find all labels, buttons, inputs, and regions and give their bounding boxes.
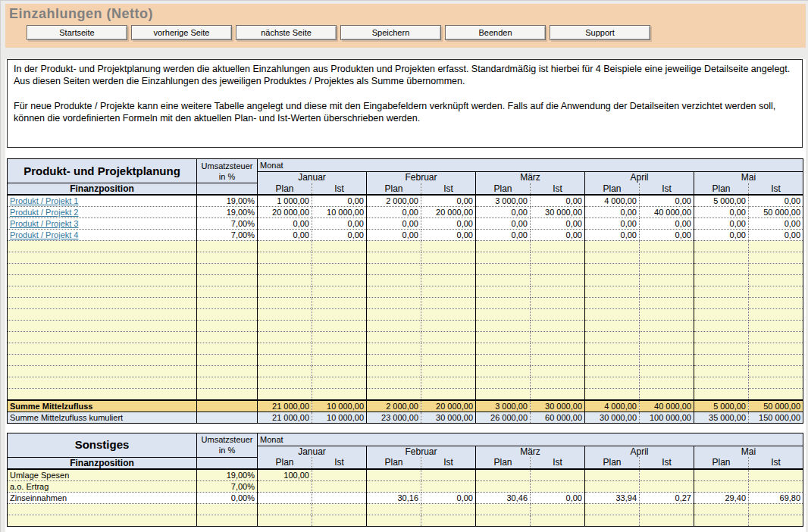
project-link[interactable]: Produkt / Projekt 1 [10,196,79,205]
empty-tax-cell[interactable] [197,355,258,366]
empty-value-cell[interactable] [476,343,531,355]
empty-value-cell[interactable] [367,503,421,515]
empty-value-cell[interactable] [258,241,312,252]
value-cell[interactable]: 30,46 [476,492,531,503]
value-cell[interactable]: 50 000,00 [749,207,803,218]
empty-value-cell[interactable] [258,515,312,526]
empty-label-cell[interactable] [8,343,197,355]
value-cell[interactable]: 69,80 [749,492,803,503]
value-cell[interactable]: 0,00 [531,492,585,503]
empty-value-cell[interactable] [421,298,476,309]
empty-value-cell[interactable] [476,355,531,366]
empty-value-cell[interactable] [694,264,749,275]
empty-value-cell[interactable] [312,309,367,321]
value-cell[interactable]: 20 000,00 [258,207,312,218]
empty-label-cell[interactable] [8,298,197,309]
value-cell[interactable]: 0,27 [640,492,694,503]
toolbar-button-speichern[interactable]: Speichern [340,25,441,40]
empty-value-cell[interactable] [694,377,749,389]
empty-value-cell[interactable] [585,503,640,515]
value-cell[interactable] [585,469,640,481]
empty-value-cell[interactable] [312,503,367,515]
value-cell[interactable] [258,480,312,492]
value-cell[interactable]: 0,00 [640,195,694,207]
empty-tax-cell[interactable] [197,298,258,309]
value-cell[interactable]: 0,00 [421,230,476,241]
empty-value-cell[interactable] [476,515,531,526]
empty-value-cell[interactable] [694,389,749,400]
empty-value-cell[interactable] [312,515,367,526]
empty-value-cell[interactable] [312,286,367,298]
value-cell[interactable] [476,469,531,481]
value-cell[interactable] [421,480,476,492]
tax-value-cell[interactable]: 19,00% [197,469,258,481]
row-label-cell[interactable]: Produkt / Projekt 2 [8,207,197,218]
empty-label-cell[interactable] [8,241,197,252]
value-cell[interactable]: 0,00 [585,230,640,241]
toolbar-button-beenden[interactable]: Beenden [445,25,546,40]
empty-label-cell[interactable] [8,515,197,526]
empty-value-cell[interactable] [367,241,421,252]
empty-value-cell[interactable] [258,275,312,286]
empty-value-cell[interactable] [749,241,803,252]
value-cell[interactable]: 0,00 [749,195,803,207]
empty-value-cell[interactable] [367,275,421,286]
empty-value-cell[interactable] [749,252,803,264]
empty-value-cell[interactable] [531,389,585,400]
empty-label-cell[interactable] [8,264,197,275]
empty-value-cell[interactable] [749,286,803,298]
value-cell[interactable] [367,469,421,481]
toolbar-button-support[interactable]: Support [550,25,650,40]
empty-tax-cell[interactable] [197,241,258,252]
value-cell[interactable]: 0,00 [421,195,476,207]
empty-value-cell[interactable] [531,503,585,515]
toolbar-button-vorherige-seite[interactable]: vorherige Seite [131,25,232,40]
empty-value-cell[interactable] [367,298,421,309]
empty-value-cell[interactable] [421,503,476,515]
empty-value-cell[interactable] [694,321,749,332]
value-cell[interactable] [531,480,585,492]
project-link[interactable]: Produkt / Projekt 3 [10,219,79,228]
empty-value-cell[interactable] [312,275,367,286]
empty-value-cell[interactable] [258,286,312,298]
value-cell[interactable] [694,469,749,481]
empty-value-cell[interactable] [585,366,640,377]
empty-value-cell[interactable] [421,389,476,400]
empty-value-cell[interactable] [585,309,640,321]
project-link[interactable]: Produkt / Projekt 4 [10,230,79,239]
empty-value-cell[interactable] [312,355,367,366]
empty-value-cell[interactable] [694,309,749,321]
empty-value-cell[interactable] [258,355,312,366]
empty-value-cell[interactable] [640,515,694,526]
value-cell[interactable]: 0,00 [640,230,694,241]
empty-value-cell[interactable] [476,275,531,286]
empty-value-cell[interactable] [312,252,367,264]
empty-value-cell[interactable] [258,309,312,321]
value-cell[interactable]: 1 000,00 [258,195,312,207]
value-cell[interactable] [585,480,640,492]
value-cell[interactable]: 29,40 [694,492,749,503]
value-cell[interactable]: 0,00 [258,218,312,230]
empty-label-cell[interactable] [8,389,197,400]
value-cell[interactable]: 0,00 [585,218,640,230]
empty-value-cell[interactable] [421,343,476,355]
empty-value-cell[interactable] [749,298,803,309]
empty-value-cell[interactable] [531,515,585,526]
empty-tax-cell[interactable] [197,389,258,400]
value-cell[interactable]: 0,00 [476,230,531,241]
value-cell[interactable]: 5 000,00 [694,195,749,207]
empty-value-cell[interactable] [531,377,585,389]
empty-value-cell[interactable] [531,286,585,298]
value-cell[interactable] [312,492,367,503]
tax-value-cell[interactable]: 0,00% [197,492,258,503]
value-cell[interactable]: 2 000,00 [367,195,421,207]
empty-value-cell[interactable] [749,332,803,343]
value-cell[interactable]: 0,00 [749,218,803,230]
empty-value-cell[interactable] [749,321,803,332]
value-cell[interactable]: 0,00 [421,218,476,230]
value-cell[interactable]: 0,00 [694,207,749,218]
empty-label-cell[interactable] [8,377,197,389]
empty-value-cell[interactable] [585,241,640,252]
value-cell[interactable]: 0,00 [531,195,585,207]
empty-value-cell[interactable] [312,343,367,355]
